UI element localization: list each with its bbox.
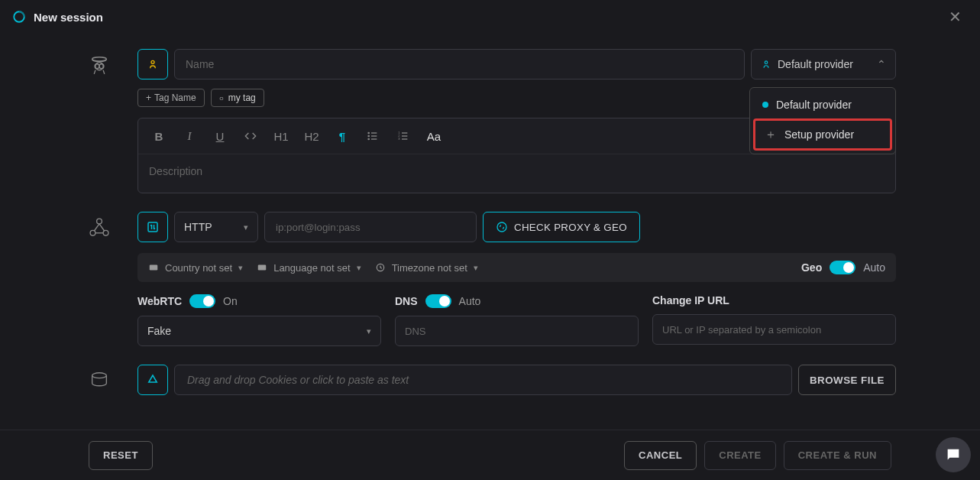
protocol-select[interactable]: HTTP ▾ [174,212,258,242]
chevron-up-icon: ⌃ [877,58,886,70]
editor-numbered-list-button[interactable]: 123 [390,123,416,149]
chevron-down-icon: ▾ [474,263,478,273]
svg-rect-25 [148,222,157,232]
webrtc-label: WebRTC [137,295,182,307]
svg-point-11 [368,138,369,139]
cancel-button[interactable]: CANCEL [624,441,697,470]
editor-paragraph-button[interactable]: ¶ [329,123,355,149]
chevron-down-icon: ▾ [357,263,361,273]
editor-h2-button[interactable]: H2 [299,123,325,149]
country-select[interactable]: Country not set ▾ [148,262,243,274]
session-name-input[interactable] [174,49,745,79]
reset-button[interactable]: RESET [89,441,153,470]
provider-option-setup[interactable]: ＋ Setup provider [753,118,892,151]
app-logo-icon [12,10,26,24]
footer: RESET CANCEL CREATE CREATE & RUN [0,430,980,480]
provider-option-default[interactable]: Default provider [753,91,892,118]
language-select[interactable]: Language not set ▾ [257,262,361,274]
editor-italic-button[interactable]: I [176,123,202,149]
svg-rect-27 [150,265,158,271]
chevron-down-icon: ▾ [238,263,243,273]
editor-h1-button[interactable]: H1 [268,123,294,149]
webrtc-toggle[interactable] [189,294,215,308]
svg-line-22 [94,224,99,231]
changeip-input-wrap [652,314,896,345]
svg-point-9 [368,135,369,136]
changeip-input[interactable] [662,323,886,336]
geo-label: Geo [801,261,822,274]
svg-point-19 [97,219,102,224]
create-and-run-button[interactable]: CREATE & RUN [784,441,891,470]
cookies-section-icon [84,365,115,394]
timezone-select[interactable]: Timezone not set ▾ [375,262,478,274]
svg-point-30 [92,373,107,378]
svg-point-6 [765,61,768,64]
cookies-paste-button[interactable] [137,365,168,395]
active-indicator-icon [762,102,768,108]
webrtc-mode-select[interactable]: Fake ▾ [137,316,381,346]
close-button[interactable]: ✕ [943,5,968,29]
geo-auto-label: Auto [863,261,885,274]
webrtc-state: On [223,295,238,307]
page-title: New session [34,11,103,24]
create-button[interactable]: CREATE [704,441,775,470]
plus-icon: + [146,92,151,103]
dns-state: Auto [459,295,481,307]
profile-section-icon [84,49,115,78]
description-textarea[interactable]: Description [138,154,895,193]
editor-code-button[interactable] [238,123,264,149]
plus-icon: ＋ [765,128,777,141]
svg-rect-28 [258,265,267,271]
provider-dropdown-button[interactable]: Default provider ⌃ [751,49,896,79]
svg-point-5 [151,60,154,63]
provider-dropdown-menu: Default provider ＋ Setup provider [749,87,896,154]
add-tag-button[interactable]: + Tag Name [137,89,205,107]
check-proxy-button[interactable]: CHECK PROXY & GEO [483,212,640,242]
dns-input-wrap [395,316,639,346]
editor-underline-button[interactable]: U [207,123,233,149]
provider-label: Default provider [778,58,853,70]
editor-textsize-button[interactable]: Aa [421,123,447,149]
svg-text:3: 3 [398,137,400,141]
chevron-down-icon: ▾ [367,326,371,336]
editor-bold-button[interactable]: B [146,123,172,149]
dns-input[interactable] [405,325,629,337]
profile-avatar-button[interactable] [137,49,168,79]
svg-point-26 [497,222,506,232]
geo-auto-toggle[interactable] [830,261,855,274]
svg-line-23 [99,224,105,231]
dns-toggle[interactable] [425,294,451,308]
svg-point-1 [92,57,107,61]
browse-file-button[interactable]: BROWSE FILE [798,365,896,395]
chevron-down-icon: ▾ [244,222,248,232]
tag-chip[interactable]: my tag [211,89,264,107]
proxy-address-input[interactable] [264,212,477,242]
proxy-section-icon [84,212,115,241]
proxy-direction-button[interactable] [137,212,168,242]
dns-label: DNS [395,295,418,307]
chat-widget-button[interactable] [936,437,971,472]
changeip-label: Change IP URL [652,294,729,306]
svg-point-7 [368,132,369,133]
cookies-dropzone[interactable]: Drag and drop Cookies or click to paste … [174,365,792,395]
editor-bullet-list-button[interactable] [360,123,386,149]
header: New session ✕ [0,0,980,34]
